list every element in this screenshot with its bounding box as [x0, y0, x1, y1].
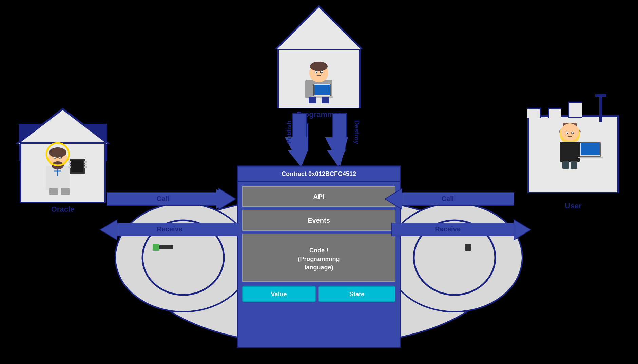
svg-rect-73 [49, 188, 58, 195]
svg-text:language): language) [304, 264, 333, 271]
svg-rect-6 [159, 245, 173, 249]
svg-rect-85 [595, 94, 606, 97]
svg-rect-97 [562, 161, 569, 169]
svg-text:Contract 0x012BCFG4512: Contract 0x012BCFG4512 [282, 170, 356, 177]
svg-rect-24 [309, 97, 316, 103]
svg-rect-69 [69, 166, 71, 168]
svg-rect-79 [527, 109, 540, 118]
svg-rect-72 [84, 166, 87, 168]
svg-text:Receive: Receive [157, 225, 182, 233]
svg-rect-71 [84, 164, 87, 165]
svg-rect-101 [578, 157, 603, 158]
svg-rect-96 [560, 142, 580, 162]
svg-rect-116 [292, 114, 307, 139]
svg-rect-83 [569, 103, 582, 117]
svg-text:API: API [313, 193, 324, 200]
svg-point-61 [60, 158, 61, 159]
svg-rect-110 [402, 193, 514, 205]
svg-point-94 [572, 133, 574, 134]
svg-point-60 [55, 158, 56, 159]
svg-point-93 [567, 133, 568, 134]
svg-text:User: User [565, 202, 582, 210]
svg-rect-70 [84, 161, 87, 163]
svg-text:Code !: Code ! [309, 247, 328, 254]
svg-rect-67 [69, 161, 71, 163]
svg-text:Receive: Receive [435, 225, 461, 233]
svg-point-15 [310, 62, 328, 71]
svg-rect-98 [571, 161, 577, 169]
svg-text:Oracle: Oracle [51, 205, 75, 214]
svg-text:Destroy: Destroy [353, 120, 361, 144]
svg-text:Call: Call [157, 195, 169, 202]
svg-rect-22 [314, 85, 330, 95]
svg-rect-5 [153, 244, 159, 251]
svg-point-18 [316, 72, 317, 73]
svg-rect-74 [61, 188, 70, 195]
svg-rect-100 [581, 143, 600, 155]
svg-text:Publish: Publish [285, 121, 292, 144]
svg-text:Call: Call [442, 195, 454, 202]
svg-rect-119 [332, 114, 347, 139]
svg-rect-84 [599, 95, 602, 122]
svg-rect-68 [69, 164, 71, 165]
svg-point-90 [561, 124, 579, 141]
svg-rect-66 [71, 160, 83, 172]
svg-text:Value: Value [271, 291, 287, 298]
svg-text:(Programming: (Programming [298, 256, 340, 262]
svg-point-19 [321, 72, 323, 73]
svg-rect-8 [465, 244, 471, 251]
svg-text:State: State [349, 291, 364, 298]
svg-rect-81 [549, 109, 561, 118]
diagram-container: Programmer Publish Destroy Contract 0x01… [0, 0, 638, 364]
svg-text:Events: Events [308, 217, 330, 224]
svg-point-56 [49, 147, 66, 158]
svg-rect-25 [322, 97, 329, 103]
